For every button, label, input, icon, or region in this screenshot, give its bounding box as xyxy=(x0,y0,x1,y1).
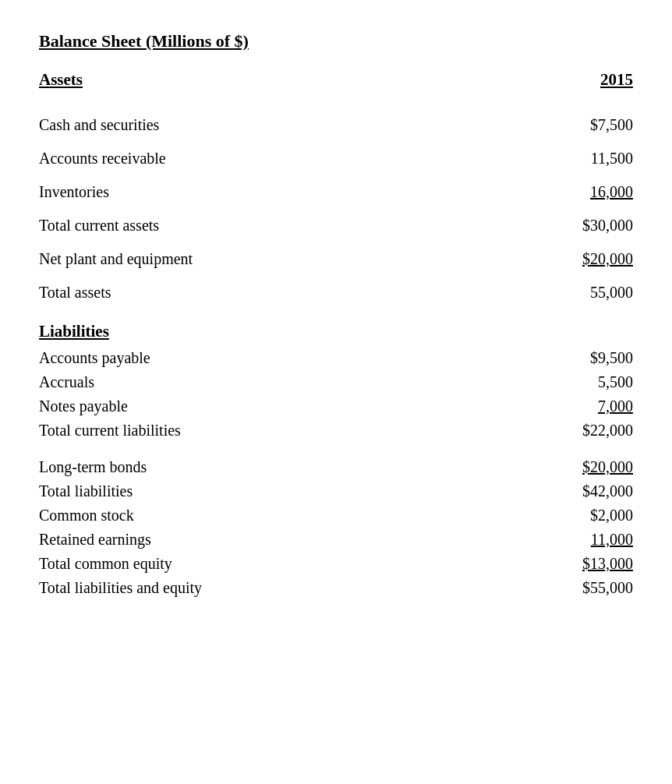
value-accounts-receivable: 11,500 xyxy=(539,150,633,168)
row-notes-payable: Notes payable 7,000 xyxy=(39,394,633,418)
label-accounts-payable: Accounts payable xyxy=(39,349,150,367)
label-total-current-assets: Total current assets xyxy=(39,217,159,235)
value-accruals: 5,500 xyxy=(539,373,633,391)
row-accounts-payable: Accounts payable $9,500 xyxy=(39,346,633,370)
liabilities-section-label: Liabilities xyxy=(39,322,633,341)
row-accounts-receivable: Accounts receivable 11,500 xyxy=(39,142,633,175)
value-total-assets: 55,000 xyxy=(539,284,633,302)
value-common-stock: $2,000 xyxy=(539,507,633,524)
label-total-current-liabilities: Total current liabilities xyxy=(39,422,181,440)
label-long-term-bonds: Long-term bonds xyxy=(39,458,147,476)
balance-sheet: Balance Sheet (Millions of $) Assets 201… xyxy=(39,31,633,600)
label-accruals: Accruals xyxy=(39,373,94,391)
label-total-liabilities-equity: Total liabilities and equity xyxy=(39,579,202,597)
label-total-common-equity: Total common equity xyxy=(39,555,172,573)
row-net-plant: Net plant and equipment $20,000 xyxy=(39,242,633,276)
assets-section-label: Assets xyxy=(39,70,83,90)
value-inventories: 16,000 xyxy=(539,183,633,201)
value-total-liabilities-equity: $55,000 xyxy=(539,579,633,597)
row-total-current-assets: Total current assets $30,000 xyxy=(39,209,633,242)
value-cash-securities: $7,500 xyxy=(539,116,633,134)
label-accounts-receivable: Accounts receivable xyxy=(39,150,166,168)
row-long-term-bonds: Long-term bonds $20,000 xyxy=(39,455,633,479)
value-long-term-bonds: $20,000 xyxy=(539,458,633,476)
year-label: 2015 xyxy=(539,70,633,90)
label-common-stock: Common stock xyxy=(39,507,134,524)
value-total-current-liabilities: $22,000 xyxy=(539,422,633,440)
label-cash-securities: Cash and securities xyxy=(39,116,159,134)
value-total-liabilities: $42,000 xyxy=(539,482,633,500)
label-net-plant: Net plant and equipment xyxy=(39,250,193,268)
value-net-plant: $20,000 xyxy=(539,250,633,268)
row-common-stock: Common stock $2,000 xyxy=(39,503,633,528)
value-total-current-assets: $30,000 xyxy=(539,217,633,235)
value-notes-payable: 7,000 xyxy=(539,397,633,415)
row-total-current-liabilities: Total current liabilities $22,000 xyxy=(39,418,633,443)
label-total-assets: Total assets xyxy=(39,284,111,302)
row-total-common-equity: Total common equity $13,000 xyxy=(39,552,633,576)
value-retained-earnings: 11,000 xyxy=(539,531,633,549)
row-inventories: Inventories 16,000 xyxy=(39,175,633,209)
value-total-common-equity: $13,000 xyxy=(539,555,633,573)
row-accruals: Accruals 5,500 xyxy=(39,370,633,394)
label-total-liabilities: Total liabilities xyxy=(39,482,133,500)
row-total-liabilities-equity: Total liabilities and equity $55,000 xyxy=(39,576,633,600)
assets-header: Assets 2015 xyxy=(39,70,633,90)
row-cash-securities: Cash and securities $7,500 xyxy=(39,108,633,142)
row-total-assets: Total assets 55,000 xyxy=(39,276,633,309)
value-accounts-payable: $9,500 xyxy=(539,349,633,367)
label-notes-payable: Notes payable xyxy=(39,397,128,415)
row-retained-earnings: Retained earnings 11,000 xyxy=(39,528,633,552)
label-inventories: Inventories xyxy=(39,183,109,201)
row-total-liabilities: Total liabilities $42,000 xyxy=(39,479,633,503)
page-title: Balance Sheet (Millions of $) xyxy=(39,31,633,51)
label-retained-earnings: Retained earnings xyxy=(39,531,151,549)
